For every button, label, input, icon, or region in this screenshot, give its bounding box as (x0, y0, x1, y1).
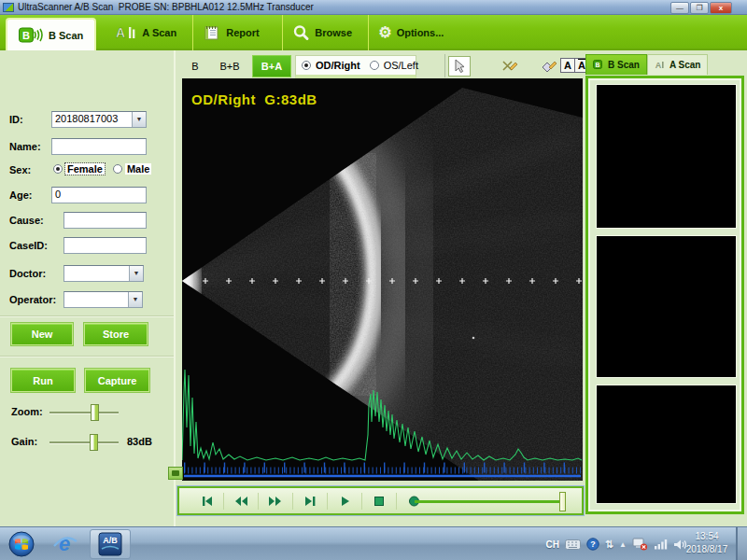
first-frame-icon (200, 495, 214, 508)
tab-label: Browse (315, 27, 352, 38)
play-button[interactable] (331, 492, 359, 511)
tab-options[interactable]: ⚙ Options... (369, 15, 466, 50)
gain-slider[interactable] (49, 441, 119, 444)
stop-icon (373, 495, 386, 508)
chevron-down-icon[interactable]: ▼ (129, 266, 143, 281)
last-frame-icon (303, 495, 317, 508)
os-left-label[interactable]: OS/Left (382, 60, 420, 71)
zoom-slider[interactable] (49, 412, 119, 414)
eye-select-group: OD/Right OS/Left (295, 55, 416, 78)
ab-scan-app-icon: A/B (98, 532, 122, 556)
ultrasound-image[interactable] (182, 78, 583, 481)
b-scan-icon: B (19, 27, 44, 44)
fast-forward-button[interactable] (261, 492, 289, 511)
od-right-label[interactable]: OD/Right (314, 60, 362, 71)
cursor-tool-button[interactable] (448, 56, 471, 77)
id-combobox[interactable]: 20180817003 ▼ (51, 111, 147, 128)
a-scan-mini-icon: A (655, 60, 666, 70)
clock-date: 2018/8/17 (685, 543, 728, 556)
os-left-radio[interactable] (370, 61, 379, 70)
show-desktop-button[interactable] (736, 527, 747, 560)
language-indicator[interactable]: CH (545, 539, 558, 550)
help-icon[interactable]: ? (586, 538, 599, 551)
browse-icon (292, 24, 310, 41)
last-frame-button[interactable] (296, 492, 324, 511)
tab-a-scan[interactable]: A A Scan (104, 15, 193, 50)
gallery-tab-a-scan[interactable]: A A Scan (647, 54, 709, 75)
gain-slider-thumb[interactable] (90, 434, 98, 451)
run-button[interactable]: Run (11, 369, 75, 392)
minimize-button[interactable]: — (670, 2, 689, 14)
svg-text:A: A (655, 61, 662, 70)
svg-text:A/B: A/B (103, 536, 118, 545)
store-button[interactable]: Store (84, 323, 148, 345)
delete-measure-tool-button[interactable] (499, 56, 521, 77)
operator-combobox[interactable]: ▼ (63, 291, 143, 308)
female-label[interactable]: Female (65, 163, 105, 175)
frame-progress-track[interactable] (415, 500, 566, 503)
name-label: Name: (9, 141, 41, 152)
keyboard-icon[interactable] (565, 539, 581, 550)
restore-button[interactable]: ❐ (690, 2, 709, 14)
male-label[interactable]: Male (125, 163, 151, 175)
report-icon (203, 24, 221, 41)
zoom-slider-thumb[interactable] (91, 404, 99, 421)
mode-b-button[interactable]: B (183, 57, 207, 76)
caseid-input[interactable] (63, 237, 147, 254)
zoom-label: Zoom: (11, 406, 43, 417)
system-tray: CH ? ⇅ ▲ (545, 527, 687, 560)
doctor-combobox[interactable]: ▼ (63, 265, 144, 282)
name-input[interactable] (51, 138, 147, 155)
mode-ba-button[interactable]: B+A (252, 55, 291, 77)
age-label: Age: (9, 189, 32, 201)
rewind-icon (233, 495, 248, 508)
b-scan-thumbnail-3[interactable] (596, 385, 737, 504)
gain-value: 83dB (127, 436, 152, 447)
tab-report[interactable]: Report (193, 15, 283, 50)
sync-icon[interactable]: ⇅ (605, 539, 613, 551)
tab-label: Options... (397, 27, 444, 38)
b-scan-thumbnail-1[interactable] (596, 84, 737, 229)
signal-bars-icon[interactable] (654, 539, 668, 550)
divider (0, 356, 174, 357)
frame-progress-thumb[interactable] (559, 492, 566, 511)
patient-panel: ID: 20180817003 ▼ Name: Sex: Female Male… (0, 50, 176, 526)
taskbar-clock[interactable]: 13:54 2018/8/17 (685, 530, 728, 556)
options-gear-icon: ⚙ (378, 25, 391, 40)
rewind-button[interactable] (227, 492, 255, 511)
annotation-corner-button[interactable] (168, 467, 183, 480)
show-hidden-icons[interactable]: ▲ (619, 540, 627, 549)
ab-scan-taskbar-button[interactable]: A/B (90, 529, 131, 559)
chevron-down-icon[interactable]: ▼ (128, 292, 142, 307)
start-button[interactable] (4, 529, 39, 559)
tab-b-scan[interactable]: B B Scan (6, 18, 96, 50)
id-label: ID: (9, 114, 23, 125)
clock-time: 13:54 (685, 530, 728, 543)
cause-label: Cause: (9, 215, 44, 226)
chevron-down-icon[interactable]: ▼ (132, 112, 146, 127)
first-frame-button[interactable] (192, 492, 220, 511)
stop-button[interactable] (365, 492, 393, 511)
text-a-tool-button[interactable]: A (560, 58, 575, 73)
capture-button[interactable]: Capture (85, 369, 149, 392)
new-button[interactable]: New (11, 323, 73, 345)
male-radio[interactable] (113, 164, 122, 174)
svg-text:B: B (595, 62, 599, 68)
network-error-icon[interactable] (632, 538, 648, 551)
main-toolbar: B B Scan A A Scan Report (0, 15, 747, 50)
svg-text:?: ? (590, 539, 596, 549)
age-input[interactable]: 0 (51, 187, 147, 203)
b-scan-thumbnail-2[interactable] (596, 235, 737, 378)
tab-browse[interactable]: Browse (283, 15, 369, 50)
mode-bb-button[interactable]: B+B (213, 57, 247, 76)
internet-explorer-taskbar-button[interactable]: e (45, 529, 86, 559)
od-right-radio[interactable] (302, 61, 311, 70)
close-button[interactable]: x (710, 2, 732, 14)
female-radio[interactable] (53, 164, 63, 174)
cause-input[interactable] (63, 212, 147, 229)
erase-annotation-tool-button[interactable] (538, 56, 560, 77)
tab-label: B Scan (49, 30, 83, 41)
gallery-tab-b-scan[interactable]: B B Scan (585, 54, 647, 75)
caseid-label: CaseID: (9, 240, 48, 251)
svg-text:A: A (116, 25, 125, 40)
